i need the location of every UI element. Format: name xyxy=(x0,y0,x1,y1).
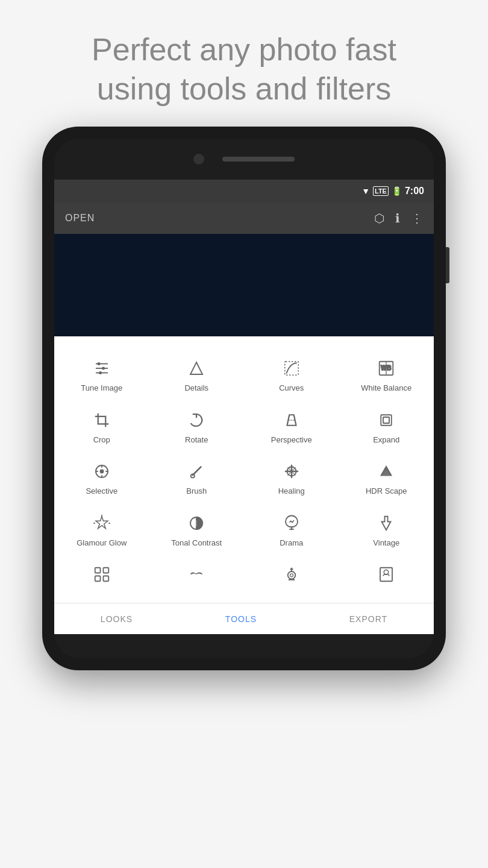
white-balance-label: White Balance xyxy=(361,383,411,393)
tool-brush[interactable]: Brush xyxy=(149,451,245,503)
svg-rect-16 xyxy=(381,415,392,426)
toolbar-icons: ⬡ ℹ ⋮ xyxy=(374,211,423,225)
bottom-nav: LOOKS TOOLS EXPORT xyxy=(54,603,434,634)
phone-screen: ▼ LTE 🔋 7:00 OPEN ⬡ ℹ ⋮ xyxy=(54,139,434,658)
crop-label: Crop xyxy=(93,435,110,445)
crop-icon xyxy=(93,410,111,430)
battery-icon: 🔋 xyxy=(392,186,402,196)
tonal-contrast-icon xyxy=(187,513,205,533)
drama-label: Drama xyxy=(280,538,303,548)
white-balance-icon: W B xyxy=(377,358,395,379)
expand-icon xyxy=(377,410,395,430)
hdr-scape-icon xyxy=(377,461,395,482)
svg-point-43 xyxy=(290,574,293,577)
svg-text:B: B xyxy=(387,365,392,371)
header-line2: using tools and filters xyxy=(97,71,392,106)
lte-icon: LTE xyxy=(373,186,389,196)
perspective-icon xyxy=(283,410,301,430)
curves-label: Curves xyxy=(279,383,304,393)
tool-perspective[interactable]: Perspective xyxy=(244,400,339,452)
rotate-icon xyxy=(187,410,205,430)
tool-curves[interactable]: Curves xyxy=(244,348,339,400)
rotate-label: Rotate xyxy=(185,435,208,445)
tool-details[interactable]: Details xyxy=(149,348,245,400)
layers-icon[interactable]: ⬡ xyxy=(374,211,384,225)
info-icon[interactable]: ℹ xyxy=(395,211,400,225)
photo-preview xyxy=(54,234,434,336)
svg-rect-39 xyxy=(103,568,108,573)
nav-export[interactable]: EXPORT xyxy=(349,614,387,624)
time-display: 7:00 xyxy=(405,186,424,197)
details-label: Details xyxy=(184,383,208,393)
glamour-glow-label: Glamour Glow xyxy=(77,538,127,548)
svg-point-48 xyxy=(384,570,389,575)
svg-rect-41 xyxy=(103,576,108,582)
side-button xyxy=(446,247,449,283)
hdr-scape-label: HDR Scape xyxy=(366,486,407,496)
tool-row5-3[interactable] xyxy=(244,555,339,597)
nav-looks[interactable]: LOOKS xyxy=(101,614,133,624)
guitar-icon xyxy=(283,564,301,585)
top-bezel xyxy=(54,139,434,180)
glamour-glow-icon xyxy=(93,513,111,533)
selective-label: Selective xyxy=(86,486,117,496)
status-bar: ▼ LTE 🔋 7:00 xyxy=(54,180,434,203)
perspective-label: Perspective xyxy=(271,435,312,445)
tool-expand[interactable]: Expand xyxy=(339,400,434,452)
vintage-icon xyxy=(377,513,395,533)
tool-white-balance[interactable]: W B White Balance xyxy=(339,348,434,400)
moustache-icon xyxy=(187,564,205,585)
header-line1: Perfect any photo fast xyxy=(92,32,396,67)
speaker-bar xyxy=(222,157,295,162)
app-toolbar: OPEN ⬡ ℹ ⋮ xyxy=(54,203,434,234)
phone-device: ▼ LTE 🔋 7:00 OPEN ⬡ ℹ ⋮ xyxy=(42,127,446,670)
page-header: Perfect any photo fast using tools and f… xyxy=(55,0,433,127)
more-icon[interactable]: ⋮ xyxy=(411,211,423,225)
selective-icon xyxy=(93,461,111,482)
tool-rotate[interactable]: Rotate xyxy=(149,400,245,452)
tools-panel: Tune Image Details xyxy=(54,336,434,634)
tonal-contrast-label: Tonal Contrast xyxy=(171,538,222,548)
svg-point-5 xyxy=(99,371,102,374)
vintage-label: Vintage xyxy=(373,538,399,548)
open-button[interactable]: OPEN xyxy=(65,213,95,224)
portrait-icon xyxy=(377,564,395,585)
tool-healing[interactable]: Healing xyxy=(244,451,339,503)
svg-point-3 xyxy=(97,362,100,365)
svg-marker-6 xyxy=(190,362,202,374)
tune-image-icon xyxy=(93,358,111,379)
svg-marker-29 xyxy=(96,517,108,529)
svg-rect-17 xyxy=(383,417,389,423)
looks-grid-icon xyxy=(93,564,111,585)
wifi-icon: ▼ xyxy=(361,186,370,196)
svg-point-19 xyxy=(100,470,103,473)
status-icons: ▼ LTE 🔋 7:00 xyxy=(361,186,424,197)
svg-point-4 xyxy=(102,367,105,370)
tool-drama[interactable]: Drama xyxy=(244,503,339,555)
drama-icon xyxy=(283,513,301,533)
tool-selective[interactable]: Selective xyxy=(54,451,149,503)
brush-icon xyxy=(187,461,205,482)
tool-vintage[interactable]: Vintage xyxy=(339,503,434,555)
tune-image-label: Tune Image xyxy=(81,383,122,393)
tool-hdr-scape[interactable]: HDR Scape xyxy=(339,451,434,503)
camera-dot xyxy=(193,154,204,165)
tool-row5-4[interactable] xyxy=(339,555,434,597)
tool-row5-1[interactable] xyxy=(54,555,149,597)
healing-icon xyxy=(283,461,301,482)
brush-label: Brush xyxy=(186,486,207,496)
tool-tune-image[interactable]: Tune Image xyxy=(54,348,149,400)
healing-label: Healing xyxy=(278,486,305,496)
svg-rect-40 xyxy=(95,576,101,582)
tool-row5-2[interactable] xyxy=(149,555,245,597)
tool-grid: Tune Image Details xyxy=(54,342,434,603)
tool-tonal-contrast[interactable]: Tonal Contrast xyxy=(149,503,245,555)
details-icon xyxy=(187,358,205,379)
nav-tools[interactable]: TOOLS xyxy=(225,614,257,624)
tool-glamour-glow[interactable]: Glamour Glow xyxy=(54,503,149,555)
svg-rect-38 xyxy=(95,568,101,573)
expand-label: Expand xyxy=(373,435,399,445)
curves-icon xyxy=(283,358,301,379)
bottom-bezel xyxy=(54,634,434,658)
tool-crop[interactable]: Crop xyxy=(54,400,149,452)
